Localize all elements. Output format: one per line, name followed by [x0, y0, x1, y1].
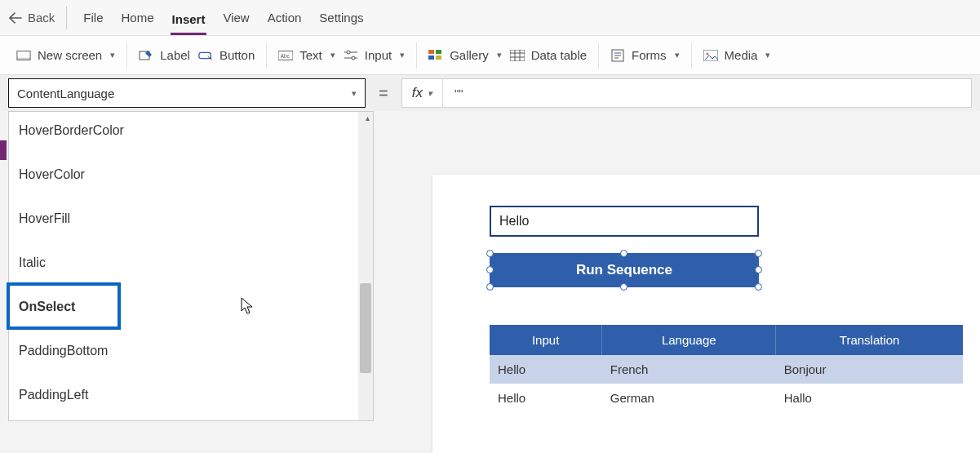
gallery-grid-icon	[428, 49, 443, 62]
formula-value: ""	[443, 87, 475, 100]
property-dropdown-panel: HoverBorderColorHoverColorHoverFillItali…	[8, 111, 374, 421]
text-input[interactable]	[490, 206, 759, 237]
insert-button-button[interactable]: Button	[198, 48, 255, 62]
table-cell: Hallo	[776, 384, 963, 412]
new-screen-label: New screen	[38, 48, 102, 62]
forms-button[interactable]: Forms ▾	[610, 48, 680, 62]
app-canvas: Run Sequence InputLanguageTranslation He…	[432, 175, 980, 453]
property-option-hoverbordercolor[interactable]: HoverBorderColor	[9, 112, 373, 156]
svg-rect-12	[428, 56, 434, 60]
table-cell: Hello	[490, 384, 602, 412]
table-row[interactable]: HelloFrenchBonjour	[490, 355, 963, 384]
formula-bar: ContentLanguage ▾ = fx▾ ""	[0, 75, 980, 111]
button-label: Button	[220, 48, 255, 62]
chevron-down-icon: ▾	[352, 88, 357, 99]
menu-bar: Back File Home Insert View Action Settin…	[0, 0, 980, 36]
scroll-thumb[interactable]	[360, 283, 371, 373]
table-header[interactable]: Input	[490, 325, 602, 355]
arrow-left-icon	[8, 11, 23, 24]
scrollbar[interactable]: ▴	[358, 112, 373, 420]
table-cell: Hello	[490, 355, 602, 384]
image-icon	[703, 49, 718, 62]
table-header[interactable]: Translation	[776, 325, 963, 355]
run-sequence-button[interactable]: Run Sequence	[490, 253, 759, 287]
menu-file[interactable]: File	[82, 7, 104, 28]
chevron-down-icon: ▾	[330, 50, 335, 60]
chevron-down-icon: ▾	[765, 50, 770, 60]
resize-handle[interactable]	[755, 266, 762, 273]
back-button[interactable]: Back	[8, 7, 67, 29]
table-icon	[510, 49, 525, 62]
property-option-paddingbottom[interactable]: PaddingBottom	[9, 332, 373, 376]
ribbon-toolbar: New screen ▾ Label Button Abc Text ▾	[0, 36, 980, 75]
screen-icon	[16, 49, 31, 62]
menu-view[interactable]: View	[221, 7, 251, 28]
label-edit-icon	[139, 49, 153, 62]
table-cell: French	[602, 355, 776, 384]
svg-text:Abc: Abc	[281, 52, 290, 58]
resize-handle[interactable]	[486, 266, 494, 273]
table-row[interactable]: HelloGermanHallo	[490, 384, 963, 412]
table-header[interactable]: Language	[602, 325, 776, 355]
menu-action[interactable]: Action	[266, 7, 304, 28]
table-cell: German	[602, 384, 776, 412]
gallery-label: Gallery	[450, 48, 489, 62]
menu-insert[interactable]: Insert	[171, 9, 207, 35]
menu-settings[interactable]: Settings	[317, 7, 365, 28]
scroll-up-icon[interactable]: ▴	[366, 113, 370, 122]
svg-rect-14	[510, 50, 525, 61]
property-dropdown[interactable]: ContentLanguage ▾	[8, 78, 366, 108]
label-label: Label	[160, 48, 190, 62]
resize-handle[interactable]	[486, 283, 494, 291]
input-button[interactable]: Input ▾	[344, 48, 405, 62]
media-label: Media	[725, 48, 758, 62]
tree-view-tab-indicator[interactable]	[0, 140, 7, 160]
svg-point-24	[706, 52, 708, 55]
chevron-down-icon: ▾	[110, 50, 115, 60]
svg-point-9	[352, 56, 355, 60]
data-table-button[interactable]: Data table	[510, 48, 587, 62]
resize-handle[interactable]	[486, 250, 494, 257]
fx-icon[interactable]: fx▾	[402, 79, 443, 107]
sliders-icon	[344, 49, 358, 62]
resize-handle[interactable]	[755, 283, 762, 291]
property-option-italic[interactable]: Italic	[9, 244, 373, 288]
svg-rect-13	[436, 56, 441, 60]
text-abc-icon: Abc	[278, 49, 293, 62]
back-label: Back	[28, 11, 55, 24]
input-label: Input	[365, 48, 392, 62]
form-icon	[610, 49, 625, 62]
text-label: Text	[299, 48, 322, 62]
resize-handle[interactable]	[620, 283, 627, 291]
resize-handle[interactable]	[755, 250, 762, 257]
resize-handle[interactable]	[620, 250, 627, 257]
menu-home[interactable]: Home	[120, 7, 156, 28]
svg-rect-10	[428, 50, 434, 54]
new-screen-button[interactable]: New screen ▾	[16, 48, 115, 62]
media-button[interactable]: Media ▾	[703, 48, 771, 62]
property-option-onselect[interactable]: OnSelect	[9, 288, 373, 332]
results-table: InputLanguageTranslation HelloFrenchBonj…	[490, 325, 963, 412]
table-cell: Bonjour	[776, 355, 963, 384]
property-selected: ContentLanguage	[17, 87, 114, 100]
button-icon	[198, 49, 213, 62]
svg-rect-1	[17, 57, 30, 60]
forms-label: Forms	[632, 48, 667, 62]
formula-input[interactable]: fx▾ ""	[401, 78, 972, 108]
property-option-paddingleft[interactable]: PaddingLeft	[9, 376, 373, 420]
equals-sign: =	[374, 84, 393, 103]
property-option-hoverfill[interactable]: HoverFill	[9, 200, 373, 244]
svg-rect-11	[436, 50, 441, 54]
chevron-down-icon: ▾	[428, 88, 432, 99]
svg-point-7	[347, 51, 350, 54]
chevron-down-icon: ▾	[675, 50, 680, 60]
run-sequence-label: Run Sequence	[576, 262, 672, 278]
chevron-down-icon: ▾	[497, 50, 502, 60]
text-button[interactable]: Abc Text ▾	[278, 48, 335, 62]
property-option-hovercolor[interactable]: HoverColor	[9, 156, 373, 200]
chevron-down-icon: ▾	[400, 50, 405, 60]
label-button[interactable]: Label	[139, 48, 190, 62]
gallery-button[interactable]: Gallery ▾	[428, 48, 502, 62]
data-table-label: Data table	[531, 48, 587, 62]
